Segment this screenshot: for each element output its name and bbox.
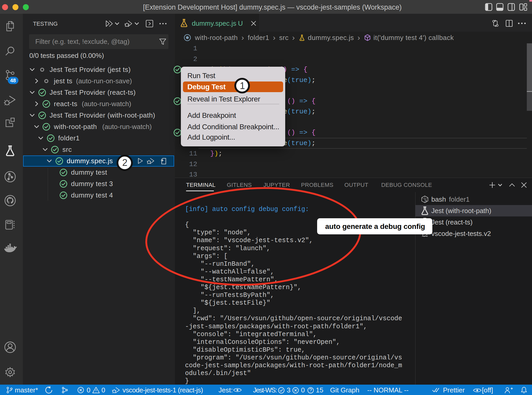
svg-text:$: $ xyxy=(425,200,427,202)
